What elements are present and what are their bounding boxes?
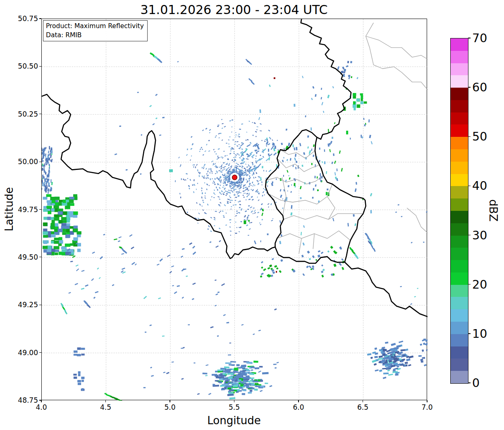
echo-spot-red-speck-north	[274, 77, 275, 79]
plot-area: Product: Maximum Reflectivity Data: RMIB	[41, 19, 427, 400]
colorbar-color-step	[451, 236, 468, 248]
tick-mark	[39, 305, 41, 305]
colorbar-color-step	[451, 223, 468, 236]
colorbar	[450, 38, 468, 384]
tick-mark	[234, 400, 234, 402]
tick-mark	[39, 114, 41, 114]
info-box: Product: Maximum Reflectivity Data: RMIB	[43, 20, 148, 41]
tick-mark	[39, 352, 41, 353]
echo-streak-blue-dash-sw	[84, 300, 91, 308]
colorbar-color-step	[451, 38, 468, 51]
echo-streak-cyan-hook-sw	[60, 303, 67, 314]
echo-spot-red-speck-south	[276, 271, 277, 272]
echo-cluster-bottom-left-cells-b	[73, 371, 84, 391]
tick-mark	[363, 400, 363, 402]
colorbar-color-step	[451, 358, 468, 371]
colorbar-tick-label: 50	[472, 130, 487, 143]
colorbar-tick-mark	[468, 235, 471, 236]
x-axis-label: Longitude	[207, 414, 260, 427]
colorbar-color-step	[451, 51, 468, 63]
colorbar-color-step	[451, 75, 468, 88]
colorbar-tick-label: 40	[472, 179, 487, 193]
gridlines	[42, 19, 428, 401]
echo-streak-green-diag-mid	[119, 246, 127, 253]
tick-mark	[39, 162, 41, 162]
colorbar-color-step	[451, 322, 468, 334]
y-tick-label: 50.00	[0, 158, 38, 166]
colorbar-color-step	[451, 63, 468, 76]
figure-title: 31.01.2026 23:00 - 23:04 UTC	[140, 2, 327, 17]
tick-mark	[39, 66, 41, 67]
x-tick-label: 6.0	[293, 403, 304, 411]
y-tick-label: 50.25	[0, 110, 38, 118]
tick-mark	[105, 400, 106, 402]
region-borders	[266, 23, 428, 253]
tick-mark	[170, 400, 170, 402]
colorbar-tick-label: 70	[472, 31, 487, 45]
echo-cluster-west-rain-blob-south	[43, 222, 81, 256]
y-tick-label: 49.75	[0, 205, 38, 214]
colorbar-color-step	[451, 260, 468, 272]
tick-mark	[39, 18, 41, 19]
echo-streak-blue-streak-se1	[365, 233, 373, 245]
echo-streak-green-streak-bottom	[104, 393, 125, 401]
y-tick-label: 49.25	[0, 301, 38, 309]
echo-cluster-bottom-left-cells-a	[74, 347, 85, 356]
x-tick-label: 5.5	[229, 403, 240, 411]
x-tick-label: 4.0	[36, 403, 47, 411]
colorbar-color-step	[451, 272, 468, 285]
colorbar-tick-mark	[468, 284, 471, 285]
echo-cluster-south-band-scatter	[67, 234, 225, 300]
colorbar-tick-label: 60	[472, 81, 487, 94]
colorbar-color-step	[451, 162, 468, 174]
colorbar-color-step	[451, 248, 468, 260]
colorbar-color-step	[451, 149, 468, 162]
colorbar-color-step	[451, 112, 468, 125]
x-tick-label: 5.0	[164, 403, 175, 411]
echo-cluster-west-edge-strip	[42, 146, 53, 194]
echo-streak-green-streak-se	[349, 247, 359, 259]
tick-mark	[298, 400, 299, 402]
radar-site-marker	[232, 175, 237, 180]
colorbar-color-step	[451, 186, 468, 198]
y-tick-label: 50.75	[0, 14, 38, 23]
colorbar-color-step	[451, 137, 468, 149]
colorbar-color-step	[451, 309, 468, 322]
echo-streak-blue-dash-n1	[248, 78, 255, 85]
tick-mark	[41, 400, 41, 402]
y-tick-label: 49.00	[0, 349, 38, 357]
colorbar-tick-mark	[468, 333, 471, 334]
colorbar-tick-mark	[468, 186, 471, 186]
colorbar-tick-label: 20	[472, 277, 487, 291]
colorbar-color-step	[451, 346, 468, 359]
colorbar-tick-mark	[468, 87, 471, 88]
echo-spot-green-cell-mid	[244, 220, 246, 224]
echo-cluster-south-center-rain	[203, 361, 269, 399]
echo-cluster-bg-border-top-cluster	[337, 61, 352, 77]
colorbar-color-step	[451, 124, 468, 137]
echo-cluster-border-ne-cluster	[353, 93, 367, 110]
echo-cluster-right-edge-bits	[418, 339, 428, 366]
colorbar-color-step	[451, 100, 468, 112]
colorbar-tick-mark	[468, 38, 471, 38]
colorbar-color-step	[451, 174, 468, 186]
colorbar-tick-label: 30	[472, 228, 487, 242]
echo-spot-green-pair-1	[326, 192, 327, 195]
colorbar-color-step	[451, 88, 468, 100]
echo-cluster-mid-sparse	[115, 61, 209, 176]
x-tick-label: 6.5	[357, 403, 368, 411]
y-tick-label: 48.75	[0, 396, 38, 404]
info-product-line: Product: Maximum Reflectivity	[46, 22, 144, 31]
tick-mark	[39, 209, 41, 210]
x-tick-label: 4.5	[100, 403, 111, 411]
echo-spot-cyan-blob	[169, 169, 173, 172]
colorbar-tick-mark	[468, 382, 471, 383]
colorbar-color-step	[451, 211, 468, 223]
colorbar-color-step	[451, 334, 468, 346]
echo-streak-green-streak-nw	[150, 52, 162, 63]
colorbar-tick-mark	[468, 136, 471, 137]
map-canvas	[42, 19, 428, 401]
y-tick-label: 49.50	[0, 253, 38, 261]
tick-mark	[39, 257, 41, 257]
info-data-line: Data: RMIB	[46, 31, 144, 40]
